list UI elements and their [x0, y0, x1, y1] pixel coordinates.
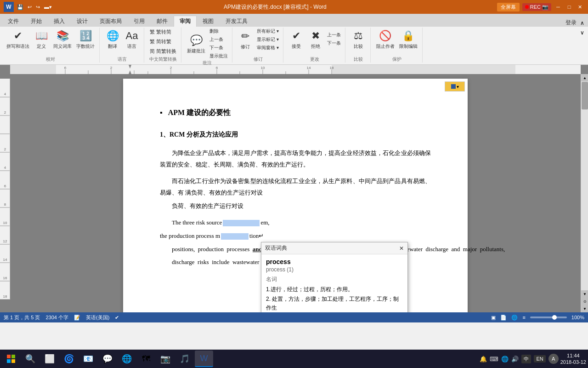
view-web-btn[interactable]: 🌐	[511, 315, 518, 321]
network-icon[interactable]: 🌐	[501, 356, 509, 362]
show-markup-btn[interactable]: 显示标记 ▾	[255, 36, 280, 43]
svg-rect-52	[11, 359, 15, 363]
zoom-level: 100%	[571, 315, 584, 320]
view-outline-btn[interactable]: ≡	[522, 315, 525, 320]
language-btn[interactable]: Aa 语言	[123, 28, 141, 51]
tab-design[interactable]: 设计	[71, 16, 94, 27]
ribbon-tab-bar: 文件 开始 插入 设计 页面布局 引用 邮件 审阅 视图 开发工具 登录 ∧	[0, 14, 588, 27]
compare-btn[interactable]: ⚖ 比较	[349, 28, 368, 51]
horizontal-ruler: 6 2 2 6 10 14 18	[10, 65, 581, 74]
title-bar-title: APM建设的必要性.docx [兼容模式] - Word	[224, 3, 327, 11]
svg-text:14: 14	[3, 258, 7, 262]
next-comment-btn[interactable]: 下一条	[208, 44, 229, 52]
doc-view-toggle[interactable]: ▾	[445, 81, 465, 92]
ime-lang-btn[interactable]: 中	[521, 355, 531, 363]
ribbon-expand-btn[interactable]: ∨	[578, 28, 586, 38]
tab-review[interactable]: 审阅	[174, 16, 197, 27]
scroll-up-btn[interactable]: ▲	[581, 74, 588, 81]
thesaurus-btn[interactable]: 📚 同义词库	[51, 28, 74, 51]
restore-btn[interactable]: □	[565, 3, 573, 11]
proofing-group: ✔ 拼写和语法 📖 定义 📚 同义词库 🔢 字数统计 校对	[2, 28, 100, 63]
prev-comment-btn[interactable]: 上一条	[208, 36, 229, 43]
chinese-convert-group: 繁 繁转简 繁 简转繁 简 简繁转换 中文简繁转换	[145, 28, 181, 63]
task-view-btn[interactable]: ⬜	[40, 351, 59, 367]
reject-btn[interactable]: ✖ 拒绝	[306, 28, 325, 51]
prev-change-btn[interactable]: 上一条	[326, 31, 342, 39]
trad-to-simp-btn[interactable]: 繁 繁转简	[148, 28, 178, 36]
document-scroll-area[interactable]: ▾ ▪ APM 建设的必要性 1、RCM 分析及方法论应用 为降低企业产品成本，…	[10, 74, 581, 312]
simp-to-trad-btn[interactable]: 繁 简转繁	[148, 37, 178, 46]
define-btn[interactable]: 📖 定义	[32, 28, 51, 51]
simp-trad-convert-btn[interactable]: 简 简繁转换	[148, 47, 178, 56]
language-group: 🌐 翻译 Aa 语言 语言	[101, 28, 144, 63]
show-comments-btn[interactable]: 显示批注	[208, 52, 229, 60]
restrict-editing-btn[interactable]: 🔒 限制编辑	[397, 28, 419, 51]
volume-icon[interactable]: 🔊	[511, 356, 519, 362]
app5-btn[interactable]: 📷	[156, 351, 175, 367]
ime-en-btn[interactable]: EN	[534, 355, 545, 362]
language-indicator[interactable]: 英语(美国)	[86, 314, 109, 321]
zoom-slider[interactable]	[530, 316, 567, 318]
bilingual-popup: 双语词典 ✕ process process (1) 名词 1.进行，经过；过程…	[261, 242, 408, 312]
view-normal-btn[interactable]: ▣	[491, 315, 496, 321]
scroll-thumb[interactable]	[582, 82, 588, 109]
popup-close-btn[interactable]: ✕	[399, 245, 404, 252]
popup-title: 双语词典	[265, 244, 287, 252]
start-btn[interactable]	[2, 351, 20, 367]
ruler-area: 6 2 2 6 10 14 18	[0, 65, 588, 74]
prev-page-btn[interactable]: ⊙	[581, 298, 588, 305]
keyboard-icon[interactable]: ⌨	[490, 356, 498, 362]
customize-btn[interactable]: ▬▾	[43, 3, 53, 11]
search-btn[interactable]: 🔍	[21, 351, 40, 367]
next-page-btn[interactable]: ▼	[581, 305, 588, 312]
tab-view[interactable]: 视图	[197, 16, 220, 27]
tab-file[interactable]: 文件	[2, 16, 25, 27]
tab-home[interactable]: 开始	[25, 16, 48, 27]
fullscreen-btn[interactable]: 全屏幕	[497, 3, 520, 12]
edge-btn[interactable]: 🌀	[60, 351, 78, 367]
scroll-down-btn[interactable]: ▼	[581, 290, 588, 298]
language-row: 🌐 翻译 Aa 语言	[103, 28, 141, 51]
maps-btn[interactable]: 🗺	[137, 351, 155, 367]
tab-layout[interactable]: 页面布局	[94, 16, 128, 27]
page-count: 第 1 页，共 5 页	[4, 314, 40, 321]
proofing-row: ✔ 拼写和语法 📖 定义 📚 同义词库 🔢 字数统计	[5, 28, 96, 51]
minimize-btn[interactable]: ─	[554, 3, 562, 11]
rec-btn[interactable]: REC 📷	[522, 3, 551, 11]
redo-btn[interactable]: ↪	[34, 3, 41, 11]
tab-mailings[interactable]: 邮件	[151, 16, 174, 27]
browser-btn[interactable]: 🌐	[118, 351, 136, 367]
vertical-scrollbar[interactable]: ▲ ▼ ⊙ ▼	[581, 74, 588, 312]
svg-rect-51	[7, 359, 11, 363]
tab-developer[interactable]: 开发工具	[220, 16, 254, 27]
next-change-btn[interactable]: 下一条	[326, 40, 342, 47]
new-comment-btn[interactable]: 💬 新建批注	[185, 32, 207, 55]
outlook-btn[interactable]: 📧	[79, 351, 97, 367]
word-taskbar-btn[interactable]: W	[195, 351, 213, 367]
compare-label: 比较	[354, 56, 363, 63]
msg-btn[interactable]: 💬	[98, 351, 117, 367]
notification-icon[interactable]: 🔔	[480, 356, 487, 362]
accept-btn[interactable]: ✔ 接受	[287, 28, 305, 51]
block-authors-btn[interactable]: 🚫 阻止作者	[374, 28, 396, 51]
tab-insert[interactable]: 插入	[48, 16, 71, 27]
all-markup-btn[interactable]: 所有标记 ▾	[255, 28, 280, 35]
delete-comment-btn[interactable]: 删除	[208, 28, 229, 35]
tab-references[interactable]: 引用	[128, 16, 151, 27]
translate-btn[interactable]: 🌐 翻译	[103, 28, 122, 51]
close-btn[interactable]: ✕	[576, 3, 584, 11]
changes-row: ✔ 接受 ✖ 拒绝 上一条 下一条	[287, 28, 342, 51]
taskbar-clock[interactable]: 11:44 2018-03-12	[560, 352, 586, 366]
undo-btn[interactable]: ↩	[26, 3, 33, 11]
track-changes-btn[interactable]: ✏ 修订	[236, 28, 254, 51]
app6-btn[interactable]: 🎵	[175, 351, 194, 367]
wordcount-btn[interactable]: 🔢 字数统计	[74, 28, 96, 51]
ribbon-collapse-btn[interactable]: ∧	[580, 20, 584, 26]
save-btn[interactable]: 💾	[16, 3, 25, 11]
login-btn[interactable]: 登录	[565, 19, 577, 27]
zoom-thumb[interactable]	[552, 315, 557, 320]
avatar-icon[interactable]: A	[548, 354, 559, 364]
review-pane-btn[interactable]: 审阅窗格 ▾	[255, 44, 280, 52]
spelling-btn[interactable]: ✔ 拼写和语法	[5, 28, 31, 51]
view-read-btn[interactable]: 📄	[500, 315, 507, 321]
